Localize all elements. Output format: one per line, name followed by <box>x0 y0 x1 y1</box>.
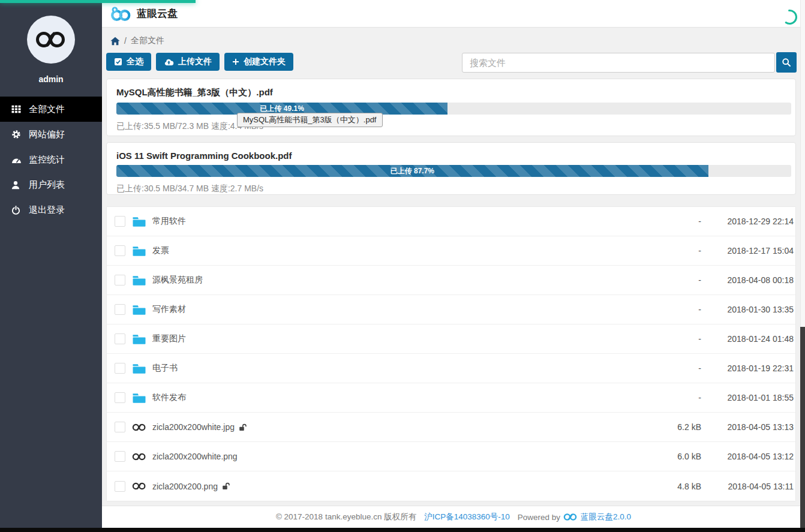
file-row[interactable]: zicla200x200white.png 6.0 kB 2018-04-05 … <box>107 442 795 471</box>
copyright-text: © 2017-2018 tank.eyeblue.cn 版权所有 <box>276 512 416 522</box>
sidebar-item-label: 退出登录 <box>29 205 65 216</box>
file-name[interactable]: 重要图片 <box>152 333 186 344</box>
upload-progress-label: 已上传 49.1% <box>260 104 304 113</box>
page-load-progress-bar <box>0 0 196 3</box>
select-all-button[interactable]: 全选 <box>106 53 151 71</box>
file-row[interactable]: 发票 - 2018-12-17 15:04 <box>107 236 795 266</box>
sidebar-item-site-preferences[interactable]: 网站偏好 <box>0 122 102 147</box>
upload-tooltip: MySQL高性能书籍_第3版（中文）.pdf <box>237 113 383 127</box>
upload-filename: MySQL高性能书籍_第3版（中文）.pdf <box>116 87 786 98</box>
file-date: 2018-12-29 22:14 <box>727 217 794 226</box>
file-row[interactable]: 重要图片 - 2018-01-24 01:48 <box>107 324 795 354</box>
folder-icon <box>132 216 146 227</box>
file-date: 2018-04-05 13:11 <box>728 482 794 491</box>
file-date: 2018-04-05 13:13 <box>727 422 794 432</box>
breadcrumb-separator: / <box>124 36 127 46</box>
upload-progress-track: 已上传 49.1% <box>116 103 791 115</box>
sidebar-item-monitor-stats[interactable]: 监控统计 <box>0 147 102 172</box>
folder-icon <box>132 245 146 257</box>
app-logo-icon[interactable] <box>110 6 131 22</box>
row-checkbox[interactable] <box>115 245 125 256</box>
create-folder-button[interactable]: 创建文件夹 <box>224 53 293 71</box>
row-checkbox[interactable] <box>115 392 125 403</box>
footer-logo-icon <box>563 513 578 521</box>
file-size: - <box>698 393 701 402</box>
row-checkbox[interactable] <box>115 363 125 374</box>
file-date: 2018-12-17 15:04 <box>727 246 794 256</box>
file-name[interactable]: 常用软件 <box>152 216 186 227</box>
icp-link[interactable]: 沪ICP备14038360号-10 <box>424 512 510 522</box>
search-button[interactable] <box>776 52 797 73</box>
file-size: - <box>698 334 701 344</box>
file-row[interactable]: zicla200x200white.jpg 6.2 kB 2018-04-05 … <box>107 413 795 442</box>
file-size: 6.0 kB <box>677 452 701 461</box>
folder-icon <box>132 333 146 345</box>
file-name[interactable]: 电子书 <box>152 363 178 374</box>
sidebar-item-user-list[interactable]: 用户列表 <box>0 172 102 197</box>
upload-detail: 已上传:30.5 MB/34.7 MB 速度:2.7 MB/s <box>116 184 786 194</box>
powered-by: Powered by 蓝眼云盘2.0.0 <box>518 512 631 522</box>
file-list: 常用软件 - 2018-12-29 22:14 发票 - 2018-12-17 … <box>106 206 796 501</box>
bottom-edge <box>0 528 805 532</box>
file-date: 2018-01-24 01:48 <box>727 334 794 344</box>
file-name[interactable]: zicla200x200white.jpg <box>152 422 235 432</box>
scrollbar[interactable] <box>800 0 805 532</box>
upload-file-label: 上传文件 <box>178 56 212 67</box>
sidebar-nav: 全部文件 网站偏好 监控统计 <box>0 97 102 223</box>
power-icon <box>11 206 22 215</box>
file-row[interactable]: zicla200x200.png 4.8 kB 2018-04-05 13:11 <box>107 471 795 501</box>
breadcrumb-current: 全部文件 <box>131 35 164 46</box>
row-checkbox[interactable] <box>115 422 125 432</box>
upload-progress-label: 已上传 87.7% <box>391 167 434 175</box>
app-title: 蓝眼云盘 <box>137 7 178 20</box>
product-link[interactable]: 蓝眼云盘2.0.0 <box>581 512 631 522</box>
gauge-icon <box>11 156 22 164</box>
infinity-image-icon <box>132 423 146 432</box>
sidebar-item-label: 全部文件 <box>29 104 65 115</box>
sidebar-item-label: 用户列表 <box>29 179 65 191</box>
file-row[interactable]: 常用软件 - 2018-12-29 22:14 <box>107 207 795 236</box>
infinity-image-icon <box>132 452 146 461</box>
file-name[interactable]: zicla200x200.png <box>152 482 218 491</box>
file-row[interactable]: 写作素材 - 2018-01-30 13:35 <box>107 295 795 324</box>
file-date: 2018-04-05 13:12 <box>727 452 794 461</box>
row-checkbox[interactable] <box>115 304 125 315</box>
search-icon <box>782 58 791 67</box>
check-square-icon <box>114 58 122 66</box>
sidebar-item-all-files[interactable]: 全部文件 <box>0 97 102 122</box>
row-checkbox[interactable] <box>115 481 125 492</box>
file-size: - <box>698 246 701 256</box>
infinity-image-icon <box>132 482 146 491</box>
file-row[interactable]: 电子书 - 2018-01-19 22:31 <box>107 354 795 383</box>
file-name[interactable]: 发票 <box>152 245 169 256</box>
sidebar: admin 全部文件 网站 <box>0 0 102 532</box>
file-row[interactable]: 软件发布 - 2018-01-01 18:55 <box>107 383 795 413</box>
file-date: 2018-01-30 13:35 <box>727 305 794 314</box>
scrollbar-thumb[interactable] <box>800 327 805 528</box>
row-checkbox[interactable] <box>115 275 125 285</box>
powered-by-text: Powered by <box>518 513 560 522</box>
upload-progress-fill: 已上传 87.7% <box>116 165 708 177</box>
header: 蓝眼云盘 <box>102 0 805 28</box>
gear-icon <box>11 130 22 139</box>
sidebar-item-logout[interactable]: 退出登录 <box>0 197 102 223</box>
row-checkbox[interactable] <box>115 333 125 344</box>
file-name[interactable]: 软件发布 <box>152 392 186 403</box>
file-name[interactable]: 写作素材 <box>152 304 186 315</box>
home-icon[interactable] <box>110 37 120 46</box>
file-size: - <box>698 363 701 373</box>
row-checkbox[interactable] <box>115 216 125 227</box>
file-name[interactable]: 源枫景苑租房 <box>152 275 203 285</box>
create-folder-label: 创建文件夹 <box>244 56 286 67</box>
main-content: / 全部文件 全选 上传文件 <box>102 28 805 532</box>
search-input[interactable] <box>462 53 775 73</box>
file-name[interactable]: zicla200x200white.png <box>152 452 238 461</box>
sidebar-item-label: 网站偏好 <box>29 129 65 140</box>
upload-progress-track: 已上传 87.7% <box>116 165 791 177</box>
file-date: 2018-01-19 22:31 <box>727 363 794 373</box>
upload-file-button[interactable]: 上传文件 <box>156 53 220 71</box>
file-size: 4.8 kB <box>677 482 701 491</box>
row-checkbox[interactable] <box>115 451 125 462</box>
upload-card-1: MySQL高性能书籍_第3版（中文）.pdf 已上传 49.1% MySQL高性… <box>106 79 796 136</box>
file-row[interactable]: 源枫景苑租房 - 2018-04-08 00:18 <box>107 266 795 295</box>
